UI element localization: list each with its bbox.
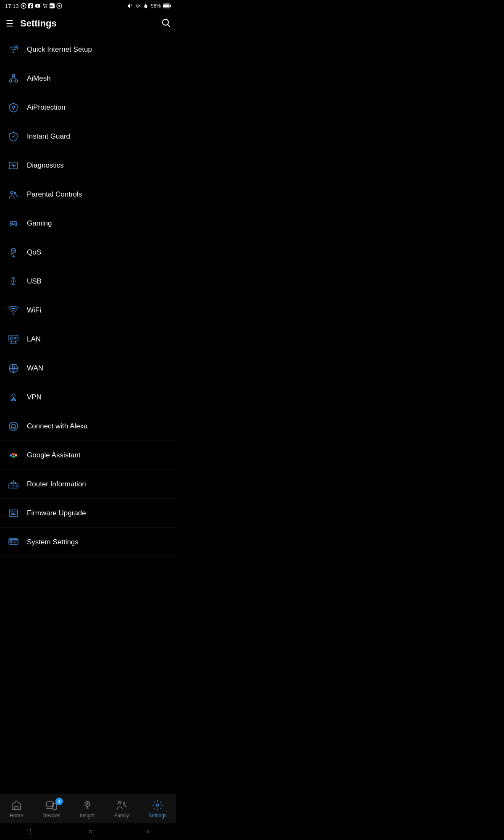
- svg-rect-13: [163, 5, 170, 8]
- page-title: Settings: [20, 18, 57, 29]
- svg-point-5: [46, 7, 47, 8]
- menu-item-parental-controls[interactable]: Parental Controls: [0, 180, 176, 209]
- hamburger-menu-button[interactable]: ☰: [6, 18, 13, 29]
- menu-item-aiprotection[interactable]: AiProtection: [0, 93, 176, 122]
- menu-item-vpn[interactable]: VPN: [0, 383, 176, 412]
- wifi-icon: [7, 304, 20, 317]
- usb-icon: [7, 275, 20, 288]
- menu-item-label-firmware-upgrade: Firmware Upgrade: [27, 509, 86, 517]
- battery-display: 98%: [151, 3, 161, 9]
- menu-item-firmware-upgrade[interactable]: Firmware Upgrade: [0, 499, 176, 528]
- menu-item-label-wifi: WiFi: [27, 306, 41, 315]
- svg-point-30: [14, 192, 16, 194]
- status-bar-left: 17:13 in: [5, 3, 62, 9]
- svg-rect-14: [171, 5, 171, 7]
- menu-item-router-information[interactable]: Router Information: [0, 470, 176, 499]
- facebook-icon: [28, 3, 34, 9]
- menu-item-label-diagnostics: Diagnostics: [27, 161, 64, 170]
- router-information-icon: [7, 478, 20, 491]
- menu-item-label-aimesh: AiMesh: [27, 74, 51, 83]
- youtube-icon: [35, 3, 41, 9]
- menu-item-diagnostics[interactable]: Diagnostics: [0, 151, 176, 180]
- time-display: 17:13: [5, 3, 19, 9]
- mute-icon: [127, 3, 133, 9]
- shopping-icon: [42, 3, 48, 9]
- menu-item-label-wan: WAN: [27, 364, 43, 373]
- svg-point-19: [16, 48, 17, 48]
- svg-point-59: [15, 454, 17, 457]
- vpn-icon: [7, 391, 20, 404]
- header-left: ☰ Settings: [6, 18, 57, 29]
- menu-item-lan[interactable]: LAN: [0, 325, 176, 354]
- wifi-status-icon: [135, 3, 141, 9]
- aiprotection-icon: [7, 101, 20, 114]
- svg-point-55: [9, 422, 18, 430]
- firmware-upgrade-icon: [7, 507, 20, 520]
- menu-item-label-connect-alexa: Connect with Alexa: [27, 422, 88, 430]
- svg-point-57: [10, 454, 12, 457]
- aimesh-icon: [7, 72, 20, 85]
- quick-internet-setup-icon: [7, 43, 20, 56]
- status-bar-app-icons: in: [21, 3, 62, 9]
- gaming-icon: [7, 217, 20, 230]
- menu-item-label-usb: USB: [27, 277, 42, 286]
- wan-icon: [7, 362, 20, 375]
- menu-item-wan[interactable]: WAN: [0, 354, 176, 383]
- menu-item-wifi[interactable]: WiFi: [0, 296, 176, 325]
- menu-item-usb[interactable]: USB: [0, 267, 176, 296]
- instant-guard-icon: [7, 130, 20, 143]
- svg-point-58: [12, 453, 15, 455]
- settings-menu-list: Quick Internet SetupAiMeshAiProtectionIn…: [0, 35, 176, 557]
- menu-item-label-lan: LAN: [27, 335, 41, 344]
- svg-point-34: [15, 223, 16, 224]
- svg-rect-45: [10, 337, 12, 339]
- google-assistant-icon: [7, 449, 20, 462]
- menu-item-label-quick-internet-setup: Quick Internet Setup: [27, 45, 92, 54]
- parental-controls-icon: [7, 188, 20, 201]
- menu-item-label-vpn: VPN: [27, 393, 42, 402]
- menu-item-google-assistant[interactable]: Google Assistant: [0, 441, 176, 470]
- menu-item-label-gaming: Gaming: [27, 219, 52, 228]
- svg-point-4: [44, 7, 45, 8]
- menu-item-instant-guard[interactable]: Instant Guard: [0, 122, 176, 151]
- menu-item-label-instant-guard: Instant Guard: [27, 132, 70, 141]
- menu-item-label-google-assistant: Google Assistant: [27, 451, 81, 459]
- other-icon: [56, 3, 62, 9]
- linkedin-icon: in: [49, 3, 55, 9]
- svg-point-33: [14, 223, 15, 223]
- nordvpn-icon: [21, 3, 26, 9]
- header: ☰ Settings: [0, 12, 176, 35]
- svg-point-26: [12, 106, 15, 108]
- menu-item-label-router-information: Router Information: [27, 480, 86, 488]
- svg-text:in: in: [50, 4, 53, 8]
- svg-point-60: [12, 455, 15, 458]
- menu-item-quick-internet-setup[interactable]: Quick Internet Setup: [0, 35, 176, 64]
- svg-point-21: [9, 80, 12, 82]
- menu-item-aimesh[interactable]: AiMesh: [0, 64, 176, 93]
- menu-item-system-settings[interactable]: System Settings: [0, 528, 176, 557]
- search-button[interactable]: [161, 18, 171, 29]
- system-settings-icon: [7, 536, 20, 549]
- svg-point-22: [15, 80, 18, 82]
- svg-point-29: [10, 191, 13, 194]
- svg-line-16: [168, 24, 170, 26]
- svg-point-20: [12, 74, 15, 77]
- menu-item-qos[interactable]: QoS: [0, 238, 176, 267]
- lan-icon: [7, 333, 20, 346]
- menu-item-label-aiprotection: AiProtection: [27, 103, 66, 112]
- menu-item-label-parental-controls: Parental Controls: [27, 190, 82, 199]
- svg-point-72: [12, 511, 13, 512]
- svg-line-23: [10, 77, 13, 80]
- menu-item-connect-alexa[interactable]: Connect with Alexa: [0, 412, 176, 441]
- menu-content: Quick Internet SetupAiMeshAiProtectionIn…: [0, 35, 176, 607]
- connect-alexa-icon: [7, 420, 20, 433]
- status-bar: 17:13 in 98%: [0, 0, 176, 12]
- status-bar-right: 98%: [127, 3, 171, 9]
- menu-item-label-qos: QoS: [27, 248, 41, 257]
- menu-item-label-system-settings: System Settings: [27, 538, 79, 546]
- airplane-icon: [143, 3, 149, 9]
- menu-item-gaming[interactable]: Gaming: [0, 209, 176, 238]
- svg-rect-76: [10, 541, 12, 543]
- battery-icon: [163, 3, 171, 8]
- svg-point-71: [10, 511, 11, 512]
